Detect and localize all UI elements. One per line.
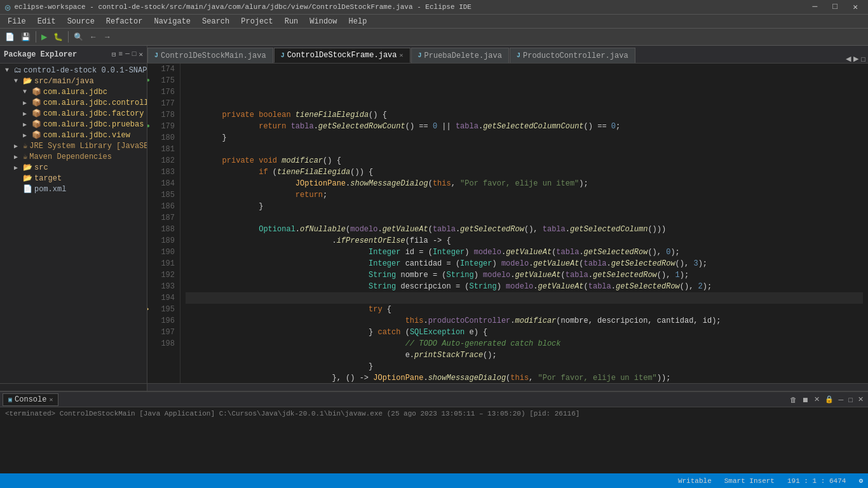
menu-item-navigate[interactable]: Navigate bbox=[149, 16, 196, 27]
tree-item[interactable]: ▼ 📦com.alura.jdbc bbox=[0, 86, 147, 97]
toolbar-run[interactable]: ▶ bbox=[39, 31, 50, 43]
tree-label: JRE System Library [JavaSE-11] bbox=[29, 142, 147, 151]
code-line: JOptionPane.showMessageDialog(this, "Por… bbox=[186, 178, 863, 189]
pe-scrollbar[interactable] bbox=[0, 383, 147, 391]
tree-icon: 📂 bbox=[23, 173, 32, 183]
tab-close-btn[interactable]: ✕ bbox=[400, 51, 403, 59]
tree-item[interactable]: ▶ ☕Maven Dependencies bbox=[0, 151, 147, 162]
window-title: eclipse-workspace - control-de-stock/src… bbox=[14, 3, 471, 11]
menu-item-run[interactable]: Run bbox=[280, 16, 304, 27]
code-line: } catch (SQLException e) { bbox=[186, 327, 863, 338]
tree-arrow: ▶ bbox=[23, 132, 31, 139]
tab-chevron-left[interactable]: ◀ bbox=[846, 55, 851, 63]
menu-item-refactor[interactable]: Refactor bbox=[101, 16, 148, 27]
menu-item-project[interactable]: Project bbox=[236, 16, 278, 27]
tree-icon: 📦 bbox=[32, 130, 41, 140]
toolbar-back[interactable]: ← bbox=[87, 31, 100, 43]
tab-maximize[interactable]: □ bbox=[861, 55, 865, 63]
menu-item-source[interactable]: Source bbox=[62, 16, 100, 27]
pe-maximize-btn[interactable]: □ bbox=[132, 50, 137, 58]
console-output: <terminated> ControlDeStockMain [Java Ap… bbox=[5, 410, 580, 417]
maximize-button[interactable]: □ bbox=[827, 2, 843, 12]
status-position: 191 : 1 : 6474 bbox=[787, 477, 846, 485]
tree-item[interactable]: ▶ 📦com.alura.jdbc.view bbox=[0, 130, 147, 140]
tree-icon: 📦 bbox=[32, 98, 41, 107]
toolbar-save[interactable]: 💾 bbox=[18, 31, 33, 43]
tree-label: com.alura.jdbc bbox=[43, 88, 107, 97]
tab-3[interactable]: JProductoController.java bbox=[510, 48, 635, 63]
console-tabs: ▣ Console ✕ 🗑 ⏹ ✕ 🔒 ─ □ ✕ bbox=[0, 392, 868, 407]
line-number: 182 bbox=[153, 155, 175, 166]
console-icon: ▣ bbox=[8, 396, 12, 403]
tree-item[interactable]: ▶ ☕JRE System Library [JavaSE-11] bbox=[0, 140, 147, 151]
code-line bbox=[186, 98, 863, 109]
close-button[interactable]: ✕ bbox=[848, 2, 863, 12]
tree-item[interactable]: ▼ 📂src/main/java bbox=[0, 76, 147, 86]
code-lines[interactable]: private boolean tieneFilaElegida() { ret… bbox=[180, 64, 868, 383]
status-insert: Smart Insert bbox=[724, 477, 775, 485]
console-clear-btn[interactable]: 🗑 bbox=[788, 395, 799, 404]
toolbar-search[interactable]: 🔍 bbox=[71, 31, 86, 43]
tree-item[interactable]: ▶ 📦com.alura.jdbc.pruebas bbox=[0, 119, 147, 130]
status-settings-icon[interactable]: ⚙ bbox=[858, 477, 863, 485]
tree-item[interactable]: ▼ 🗂control-de-stock 0.0.1-SNAPSHOT bbox=[0, 65, 147, 76]
tree-arrow: ▶ bbox=[23, 110, 31, 118]
console-terminate-btn[interactable]: ✕ bbox=[812, 395, 822, 404]
code-line: // TODO Auto-generated catch block bbox=[186, 338, 863, 349]
console-close-btn[interactable]: ✕ bbox=[856, 395, 865, 404]
title-controls: ─ □ ✕ bbox=[808, 2, 863, 12]
toolbar-debug[interactable]: 🐛 bbox=[51, 31, 65, 43]
tab-icon: J bbox=[281, 52, 285, 59]
console-minimize-btn[interactable]: ─ bbox=[837, 395, 846, 404]
status-writable: Writable bbox=[678, 477, 712, 485]
tab-0[interactable]: JControlDeStockMain.java bbox=[147, 48, 273, 63]
tab-2[interactable]: JPruebaDelete.java bbox=[411, 48, 509, 63]
console-tab[interactable]: ▣ Console ✕ bbox=[3, 393, 58, 406]
toolbar-new[interactable]: 📄 bbox=[3, 31, 17, 43]
pe-minimize-btn[interactable]: ─ bbox=[125, 50, 130, 58]
console-maximize-btn[interactable]: □ bbox=[846, 395, 855, 404]
tree-item[interactable]: 📄pom.xml bbox=[0, 184, 147, 194]
line-number: 176 bbox=[153, 86, 175, 98]
code-line: } bbox=[186, 201, 863, 212]
tree-arrow: ▶ bbox=[14, 153, 22, 161]
code-hscroll[interactable] bbox=[147, 383, 868, 391]
toolbar-forward[interactable]: → bbox=[101, 31, 114, 43]
menu-item-edit[interactable]: Edit bbox=[32, 16, 61, 27]
minimize-button[interactable]: ─ bbox=[808, 2, 823, 12]
status-bar: Writable Smart Insert 191 : 1 : 6474 ⚙ bbox=[0, 473, 868, 488]
line-number: 190 bbox=[153, 247, 175, 258]
tab-1[interactable]: JControlDeStockFrame.java✕ bbox=[274, 48, 410, 63]
line-number: 197 bbox=[153, 327, 175, 338]
tree-item[interactable]: ▶ 📂src bbox=[0, 162, 147, 173]
title-bar: ◎ eclipse-workspace - control-de-stock/s… bbox=[0, 0, 868, 14]
tree-item[interactable]: ▶ 📦com.alura.jdbc.factory bbox=[0, 108, 147, 119]
pe-menu-btn[interactable]: ≡ bbox=[119, 50, 123, 58]
tree-arrow: ▼ bbox=[23, 88, 31, 95]
console-stop-btn[interactable]: ⏹ bbox=[800, 395, 811, 404]
package-explorer: Package Explorer ⊟ ≡ ─ □ ✕ ▼ 🗂control-de… bbox=[0, 46, 147, 391]
menu-item-search[interactable]: Search bbox=[197, 16, 234, 27]
main-area: Package Explorer ⊟ ≡ ─ □ ✕ ▼ 🗂control-de… bbox=[0, 46, 868, 391]
pe-close-btn[interactable]: ✕ bbox=[139, 50, 143, 58]
tree-icon: 📂 bbox=[23, 163, 32, 172]
menu-item-help[interactable]: Help bbox=[344, 16, 372, 27]
tree-item[interactable]: ▶ 📦com.alura.jdbc.controller bbox=[0, 97, 147, 108]
line-number: 198 bbox=[153, 338, 175, 349]
line-number: 192 bbox=[153, 269, 175, 281]
tree-arrow bbox=[14, 175, 22, 182]
tree-item[interactable]: 📂target bbox=[0, 173, 147, 184]
console-tab-close[interactable]: ✕ bbox=[49, 396, 53, 403]
pe-collapse-btn[interactable]: ⊟ bbox=[112, 50, 116, 58]
console-scroll-lock-btn[interactable]: 🔒 bbox=[823, 395, 836, 404]
tree-label: Maven Dependencies bbox=[29, 152, 112, 161]
tree-icon: 📄 bbox=[23, 184, 32, 194]
tab-icon: J bbox=[154, 52, 158, 59]
menu-item-file[interactable]: File bbox=[3, 16, 31, 27]
tab-chevron-right[interactable]: ▶ bbox=[853, 55, 858, 63]
line-number: 180 bbox=[153, 132, 175, 144]
code-editor[interactable]: 1741751761771781791801811821831841851861… bbox=[147, 64, 868, 383]
menu-item-window[interactable]: Window bbox=[304, 16, 342, 27]
code-line: String nombre = (String) modelo.getValue… bbox=[186, 269, 863, 281]
tree-label: target bbox=[34, 174, 62, 183]
